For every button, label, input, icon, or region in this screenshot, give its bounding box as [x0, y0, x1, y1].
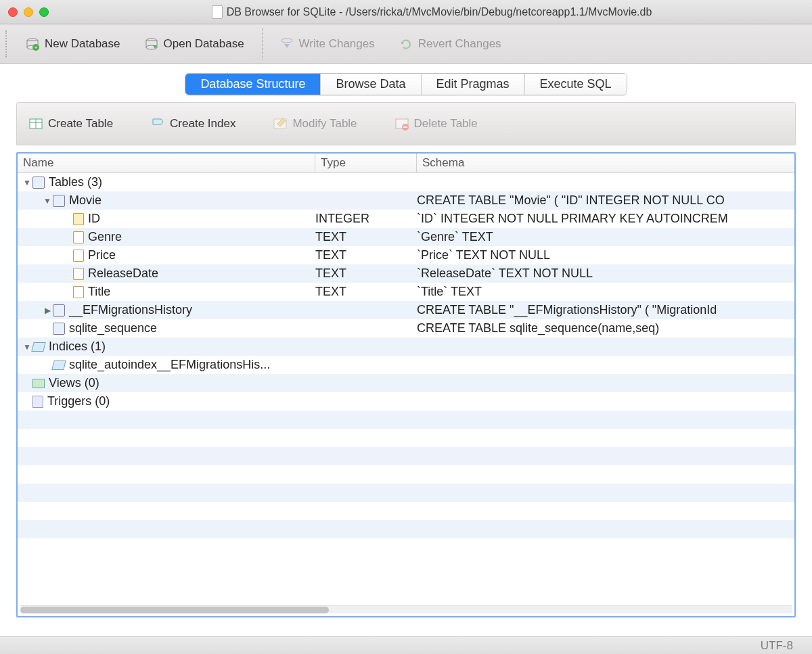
- column-type: TEXT: [315, 285, 417, 299]
- index-icon: [51, 360, 66, 370]
- disclosure-triangle-icon[interactable]: ▶: [42, 306, 53, 315]
- tree-header: Name Type Schema: [18, 154, 794, 173]
- close-window-button[interactable]: [8, 7, 18, 17]
- tab-bar: Database Structure Browse Data Edit Prag…: [0, 64, 812, 102]
- svg-point-8: [281, 39, 292, 43]
- tables-icon: [32, 177, 45, 189]
- table-schema: CREATE TABLE "__EFMigrationsHistory" ( "…: [417, 303, 794, 317]
- empty-row: [18, 520, 794, 538]
- tree-node-table-efmigrations[interactable]: ▶ __EFMigrationsHistory CREATE TABLE "__…: [18, 301, 794, 319]
- create-index-label: Create Index: [170, 117, 235, 131]
- column-type: INTEGER: [315, 212, 417, 226]
- new-database-label: New Database: [45, 37, 120, 51]
- revert-changes-button: Revert Changes: [387, 33, 514, 55]
- delete-table-label: Delete Table: [414, 117, 478, 131]
- disclosure-triangle-icon[interactable]: ▼: [22, 342, 32, 352]
- tables-label: Tables (3): [49, 175, 102, 189]
- disclosure-triangle-icon[interactable]: ▼: [42, 196, 53, 206]
- scrollbar-thumb[interactable]: [20, 607, 329, 613]
- empty-row: [18, 538, 794, 557]
- window-title: DB Browser for SQLite - /Users/ricka/t/M…: [60, 5, 804, 19]
- tab-execute-sql[interactable]: Execute SQL: [525, 74, 627, 95]
- tree-node-triggers[interactable]: ▶ Triggers (0): [18, 392, 794, 411]
- table-icon: [53, 195, 65, 207]
- zoom-window-button[interactable]: [39, 7, 49, 17]
- column-header-name[interactable]: Name: [18, 154, 315, 172]
- toolbar-separator: [262, 28, 263, 60]
- create-index-button[interactable]: Create Index: [145, 113, 241, 135]
- toolbar-handle[interactable]: [5, 30, 9, 57]
- tree-node-index-autoindex[interactable]: ▶ sqlite_autoindex__EFMigrationsHis...: [18, 356, 794, 374]
- triggers-icon: [32, 396, 43, 408]
- new-database-button[interactable]: + New Database: [14, 33, 133, 55]
- views-label: Views (0): [49, 376, 99, 390]
- column-schema: `Title` TEXT: [417, 285, 794, 299]
- open-database-button[interactable]: Open Database: [133, 33, 256, 55]
- modify-table-label: Modify Table: [292, 117, 357, 131]
- svg-text:+: +: [35, 45, 38, 51]
- column-header-schema[interactable]: Schema: [417, 154, 794, 172]
- empty-row: [18, 429, 794, 447]
- disclosure-triangle-icon[interactable]: ▼: [22, 178, 32, 187]
- tree-body[interactable]: ▼ Tables (3) ▼ Movie CREATE TABLE "Movie…: [18, 173, 794, 605]
- empty-row: [18, 484, 794, 502]
- table-create-icon: [29, 117, 43, 131]
- tree-node-column-title[interactable]: ▶ Title TEXT `Title` TEXT: [18, 283, 794, 301]
- titlebar: DB Browser for SQLite - /Users/ricka/t/M…: [0, 0, 812, 24]
- window-controls: [8, 7, 49, 17]
- empty-row: [18, 502, 794, 520]
- tree-node-column-price[interactable]: ▶ Price TEXT `Price` TEXT NOT NULL: [18, 246, 794, 264]
- open-database-label: Open Database: [164, 37, 244, 51]
- document-icon: [212, 5, 223, 19]
- column-icon: [73, 268, 84, 280]
- column-type: TEXT: [315, 248, 417, 262]
- index-create-icon: [151, 117, 164, 131]
- indices-icon: [31, 342, 45, 352]
- window-title-text: DB Browser for SQLite - /Users/ricka/t/M…: [227, 6, 652, 18]
- column-name: ReleaseDate: [88, 266, 158, 281]
- tab-edit-pragmas[interactable]: Edit Pragmas: [422, 74, 525, 95]
- tree-node-column-releasedate[interactable]: ▶ ReleaseDate TEXT `ReleaseDate` TEXT NO…: [18, 264, 794, 283]
- write-changes-button: Write Changes: [268, 33, 387, 55]
- table-modify-icon: [273, 117, 287, 131]
- column-schema: `Genre` TEXT: [417, 230, 794, 244]
- column-schema: `ID` INTEGER NOT NULL PRIMARY KEY AUTOIN…: [417, 212, 794, 226]
- triggers-label: Triggers (0): [47, 394, 110, 408]
- tree-node-column-id[interactable]: ▶ ID INTEGER `ID` INTEGER NOT NULL PRIMA…: [18, 210, 794, 228]
- column-icon: [73, 286, 84, 298]
- create-table-label: Create Table: [48, 117, 113, 131]
- tree-node-tables[interactable]: ▼ Tables (3): [18, 173, 794, 191]
- minimize-window-button[interactable]: [24, 7, 33, 17]
- tree-node-views[interactable]: ▶ Views (0): [18, 374, 794, 392]
- table-schema: CREATE TABLE sqlite_sequence(name,seq): [417, 321, 794, 335]
- table-name: __EFMigrationsHistory: [69, 303, 192, 317]
- table-delete-icon: [395, 117, 409, 131]
- tree-node-indices[interactable]: ▼ Indices (1): [18, 337, 794, 356]
- main-toolbar: + New Database Open Database Write Chang…: [0, 24, 812, 64]
- column-header-type[interactable]: Type: [315, 154, 417, 172]
- indices-label: Indices (1): [49, 340, 106, 354]
- tab-browse-data[interactable]: Browse Data: [321, 74, 421, 95]
- tree-node-table-sqliteseq[interactable]: ▶ sqlite_sequence CREATE TABLE sqlite_se…: [18, 319, 794, 337]
- write-changes-icon: [280, 37, 294, 51]
- database-new-icon: +: [26, 37, 39, 51]
- index-name: sqlite_autoindex__EFMigrationsHis...: [69, 358, 270, 372]
- horizontal-scrollbar[interactable]: [20, 605, 792, 613]
- column-name: ID: [88, 212, 100, 226]
- column-schema: `ReleaseDate` TEXT NOT NULL: [417, 266, 794, 281]
- status-bar: UTF-8: [0, 636, 812, 654]
- revert-changes-icon: [399, 37, 413, 51]
- modify-table-button: Modify Table: [268, 113, 362, 135]
- table-icon: [53, 304, 65, 317]
- column-schema: `Price` TEXT NOT NULL: [417, 248, 794, 262]
- tab-database-structure[interactable]: Database Structure: [185, 74, 321, 95]
- schema-tree: Name Type Schema ▼ Tables (3) ▼: [16, 152, 796, 617]
- main-panel: Create Table Create Index Modify Table D…: [0, 102, 812, 636]
- create-table-button[interactable]: Create Table: [24, 113, 118, 135]
- empty-row: [18, 465, 794, 484]
- views-icon: [32, 379, 45, 388]
- column-name: Price: [88, 248, 116, 262]
- tree-node-column-genre[interactable]: ▶ Genre TEXT `Genre` TEXT: [18, 228, 794, 246]
- revert-changes-label: Revert Changes: [418, 37, 501, 51]
- tree-node-table-movie[interactable]: ▼ Movie CREATE TABLE "Movie" ( "ID" INTE…: [18, 191, 794, 210]
